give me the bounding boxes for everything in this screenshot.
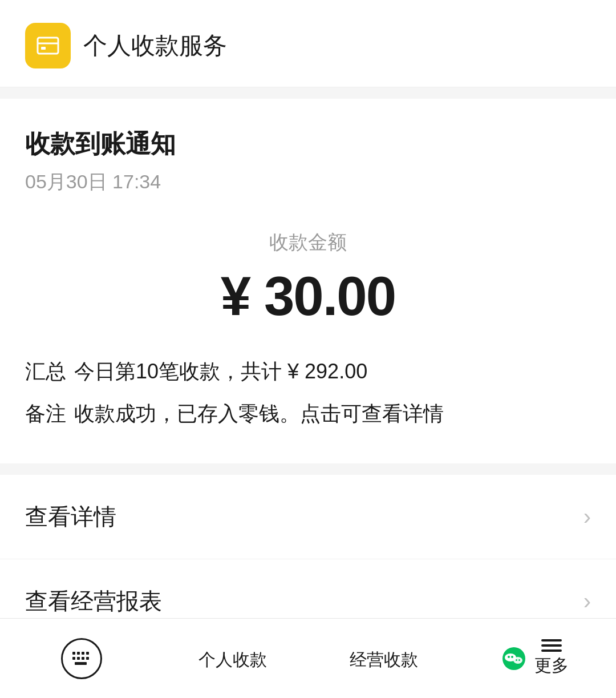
- nav-business-collection-label: 经营收款: [350, 648, 418, 672]
- chevron-right-icon-2: ›: [583, 588, 591, 614]
- amount-value: ¥ 30.00: [25, 265, 591, 328]
- note-label: 备注: [25, 398, 66, 429]
- svg-rect-4: [77, 652, 80, 655]
- nav-personal-collection-label: 个人收款: [198, 648, 267, 672]
- svg-point-17: [516, 659, 517, 661]
- note-value: 收款成功，已存入零钱。点击可查看详情: [74, 398, 444, 429]
- svg-rect-9: [82, 657, 84, 660]
- more-lines-icon: [541, 639, 562, 652]
- nav-more[interactable]: 更多: [459, 619, 610, 698]
- bottom-nav: 个人收款 经营收款: [0, 618, 616, 698]
- notification-time: 05月30日 17:34: [25, 169, 591, 195]
- header-title: 个人收款服务: [83, 30, 227, 62]
- nav-personal-collection[interactable]: 个人收款: [157, 619, 308, 698]
- amount-label: 收款金额: [25, 229, 591, 256]
- nav-more-label: 更多: [534, 654, 569, 677]
- keyboard-icon: [61, 638, 102, 679]
- nav-business-collection[interactable]: 经营收款: [308, 619, 459, 698]
- svg-rect-8: [77, 657, 80, 660]
- note-row: 备注 收款成功，已存入零钱。点击可查看详情: [25, 398, 591, 429]
- svg-point-16: [513, 657, 522, 664]
- svg-rect-7: [72, 657, 75, 660]
- action-view-detail-label: 查看详情: [25, 501, 116, 532]
- svg-rect-2: [41, 47, 46, 50]
- main-card: 收款到账通知 05月30日 17:34 收款金额 ¥ 30.00 汇总 今日第1…: [0, 99, 616, 463]
- service-icon: [25, 23, 71, 68]
- svg-point-14: [508, 656, 510, 658]
- nav-keyboard[interactable]: [6, 619, 157, 698]
- summary-label: 汇总: [25, 356, 66, 387]
- action-view-report-label: 查看经营报表: [25, 586, 162, 617]
- svg-rect-6: [86, 652, 89, 655]
- svg-point-18: [518, 659, 520, 661]
- notification-title: 收款到账通知: [25, 127, 591, 161]
- summary-value: 今日第10笔收款，共计 ¥ 292.00: [74, 356, 367, 387]
- svg-rect-3: [72, 652, 75, 655]
- svg-rect-10: [86, 657, 89, 660]
- action-view-detail[interactable]: 查看详情 ›: [0, 475, 616, 559]
- svg-rect-0: [38, 38, 58, 54]
- svg-rect-11: [75, 662, 87, 665]
- page-wrapper: 个人收款服务 收款到账通知 05月30日 17:34 收款金额 ¥ 30.00 …: [0, 0, 616, 698]
- summary-row: 汇总 今日第10笔收款，共计 ¥ 292.00: [25, 356, 591, 387]
- svg-rect-5: [82, 652, 84, 655]
- svg-point-15: [511, 656, 513, 658]
- header: 个人收款服务: [0, 0, 616, 87]
- chevron-right-icon: ›: [583, 504, 591, 530]
- nav-more-section: 更多: [501, 639, 569, 677]
